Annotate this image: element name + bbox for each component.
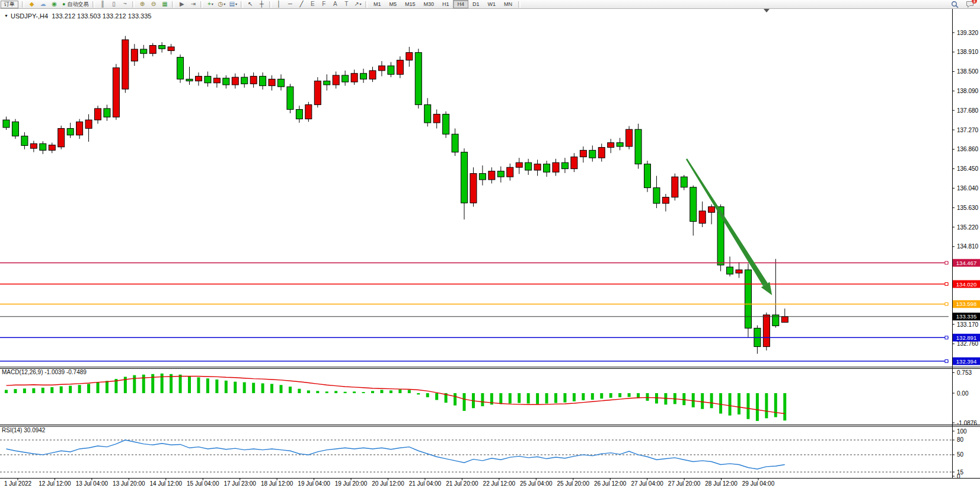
candle-bullish[interactable] [351,74,357,82]
timeframe-m15[interactable]: M15 [401,0,420,8]
chat-icon[interactable]: 1 [966,1,974,8]
candle-bearish[interactable] [745,270,751,328]
autoscroll-icon[interactable]: ▶ [176,1,187,8]
timeframe-d1[interactable]: D1 [468,0,484,8]
text-icon[interactable]: A [330,1,341,8]
candle-bearish[interactable] [644,164,651,188]
candle-bearish[interactable] [104,109,110,117]
line-chart-icon[interactable]: ~ [119,1,130,8]
candle-bearish[interactable] [497,171,504,177]
candle-bullish[interactable] [626,129,633,146]
timeframe-mn[interactable]: MN [500,0,516,8]
indicators-icon[interactable]: +▾ [205,1,216,8]
candle-bearish[interactable] [544,164,550,173]
periods-icon[interactable]: ◷▾ [216,1,227,8]
candle-bearish[interactable] [3,120,9,127]
trendline-icon[interactable]: ╱ [296,1,307,8]
candle-bearish[interactable] [452,134,458,152]
candle-bullish[interactable] [598,148,605,158]
candle-bullish[interactable] [608,143,614,148]
candle-bullish[interactable] [571,157,577,169]
dropdown-caret-icon[interactable]: ▾ [360,2,362,6]
dropdown-caret-icon[interactable]: ▾ [235,2,237,6]
line-handle[interactable] [945,360,948,363]
arrows-icon[interactable]: ↗▾ [352,1,363,8]
candle-bearish[interactable] [177,58,184,79]
zoom-out-icon[interactable]: ⊖ [148,1,159,8]
candle-bearish[interactable] [21,136,28,145]
profile-icon[interactable]: ☁ [37,1,49,8]
candle-bearish[interactable] [360,74,367,79]
candle-bullish[interactable] [49,145,55,151]
candle-bullish[interactable] [30,144,37,148]
autotrading-button[interactable]: ●自动交易 [60,1,91,8]
candle-bullish[interactable] [699,211,706,224]
candle-bullish[interactable] [305,105,312,119]
candle-bullish[interactable] [580,150,586,157]
candle-bullish[interactable] [489,171,495,180]
bar-chart-icon[interactable]: ║ [97,1,108,8]
candle-bullish[interactable] [406,53,413,60]
candle-bullish[interactable] [781,317,788,323]
price-chart[interactable]: 139.320138.910138.500138.090137.680137.2… [0,0,980,491]
chart-shift-marker[interactable] [764,9,770,12]
candle-bullish[interactable] [250,76,257,84]
horizontal-line-icon[interactable]: ─ [285,1,296,8]
cursor-icon[interactable]: ↖ [245,1,256,8]
candle-bearish[interactable] [40,144,46,150]
candle-bullish[interactable] [433,114,440,123]
candle-bullish[interactable] [333,75,339,85]
candle-bearish[interactable] [141,49,147,53]
candle-bearish[interactable] [479,174,486,180]
candle-bearish[interactable] [424,105,431,123]
candle-bullish[interactable] [470,174,477,203]
candle-bearish[interactable] [278,79,285,87]
candle-bearish[interactable] [287,87,293,109]
candle-bearish[interactable] [461,152,468,203]
candle-bearish[interactable] [159,46,165,49]
candle-bullish[interactable] [534,164,541,170]
timeframe-h1[interactable]: H1 [438,0,454,8]
candle-bullish[interactable] [369,71,376,79]
candle-bullish[interactable] [553,162,559,172]
dropdown-caret-icon[interactable]: ▾ [224,2,225,6]
candle-bullish[interactable] [149,46,156,54]
candle-bullish[interactable] [122,40,129,89]
candle-bullish[interactable] [168,47,174,50]
candle-bullish[interactable] [213,78,220,83]
candle-bullish[interactable] [76,122,83,135]
search-icon[interactable] [951,1,959,8]
signal-icon[interactable]: ◉ [49,1,60,8]
candle-bullish[interactable] [708,207,715,213]
candle-bearish[interactable] [681,177,687,187]
candle-bearish[interactable] [727,267,733,274]
candle-bullish[interactable] [314,81,321,105]
candle-bearish[interactable] [296,110,302,119]
candle-bearish[interactable] [388,66,394,74]
timeframe-w1[interactable]: W1 [484,0,500,8]
candle-bearish[interactable] [186,79,193,81]
vertical-line-icon[interactable]: │ [273,1,285,8]
candle-bullish[interactable] [131,49,138,61]
fibonacci-retracement-icon[interactable]: E [307,1,318,8]
line-handle[interactable] [945,302,948,305]
templates-icon[interactable]: ▤▾ [227,1,238,8]
candle-bullish[interactable] [58,129,65,147]
candle-bullish[interactable] [516,162,522,167]
candle-bullish[interactable] [269,79,275,85]
timeframe-m5[interactable]: M5 [385,0,401,8]
candle-bearish[interactable] [415,53,422,105]
line-handle[interactable] [945,336,948,339]
charts-icon[interactable]: ◆ [26,1,37,8]
candle-bearish[interactable] [260,76,266,86]
candle-bearish[interactable] [589,150,596,158]
candle-bullish[interactable] [763,315,770,347]
candle-bearish[interactable] [561,162,568,168]
candle-bearish[interactable] [690,187,697,222]
zoom-in-icon[interactable]: ⊕ [136,1,148,8]
candlestick-chart-icon[interactable]: ▯ [108,1,119,8]
line-handle[interactable] [945,283,948,286]
line-handle[interactable] [945,262,948,264]
candle-bearish[interactable] [241,77,248,84]
timeframe-h4[interactable]: H4 [453,0,468,8]
